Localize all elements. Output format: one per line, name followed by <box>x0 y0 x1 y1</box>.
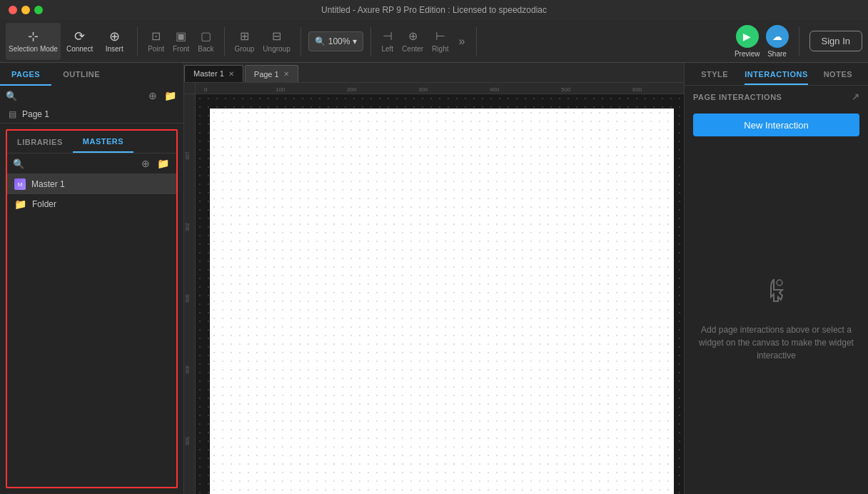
lib-actions: ⊕ 📁 <box>140 156 171 171</box>
pages-toolbar: 🔍 ⊕ 📁 <box>0 86 183 106</box>
new-interaction-button[interactable]: New Interaction <box>693 114 859 136</box>
group-label: Group <box>235 45 255 53</box>
tab-style[interactable]: STYLE <box>685 63 745 85</box>
group-button[interactable]: ⊞ Group <box>232 26 258 56</box>
share-cloud-icon: ☁ <box>766 25 789 48</box>
insert-button[interactable]: ⊕ Insert <box>99 23 130 60</box>
maximize-button[interactable] <box>34 6 43 14</box>
align-left-icon: ⊣ <box>383 29 393 43</box>
page-interactions-label: PAGE INTERACTIONS <box>693 93 782 101</box>
point-icon: ⊡ <box>151 29 161 43</box>
canvas-tab-master1[interactable]: Master 1 ✕ <box>184 65 243 82</box>
sign-in-button[interactable]: Sign In <box>809 31 862 51</box>
master-icon-1: M <box>14 178 26 190</box>
tab-interactions[interactable]: INTERACTIONS <box>745 63 808 85</box>
share-button[interactable]: ☁ Share <box>766 25 789 58</box>
interactions-pointer-icon <box>760 274 794 315</box>
canvas-white-area[interactable] <box>210 109 674 494</box>
right-panel: STYLE INTERACTIONS NOTES PAGE INTERACTIO… <box>684 63 868 494</box>
insert-label: Insert <box>106 45 123 53</box>
page-icon: ▤ <box>9 109 16 119</box>
zoom-chevron: ▾ <box>353 36 357 46</box>
ruler-mark-left-300: 300 <box>185 294 190 303</box>
page-label-page1: Page 1 <box>22 109 49 119</box>
canvas-tab-page1[interactable]: Page 1 ✕ <box>245 65 298 82</box>
align-center-button[interactable]: ⊕ Center <box>399 26 426 56</box>
align-center-icon: ⊕ <box>408 29 418 43</box>
share-label: Share <box>767 50 787 58</box>
svg-point-0 <box>777 280 782 286</box>
front-button[interactable]: ▣ Front <box>170 26 192 56</box>
back-icon: ▢ <box>201 29 211 43</box>
page-interactions-icon[interactable]: ↗ <box>852 91 860 102</box>
align-right-button[interactable]: ⊢ Right <box>429 26 451 56</box>
point-button[interactable]: ⊡ Point <box>145 26 167 56</box>
tab-libraries[interactable]: LIBRARIES <box>7 131 73 153</box>
folder-item-1[interactable]: 📁 Folder <box>7 194 176 214</box>
zoom-control[interactable]: 🔍 100% ▾ <box>308 31 364 51</box>
canvas-tab-page1-label: Page 1 <box>254 70 279 79</box>
point-label: Point <box>148 45 164 53</box>
tab-outline[interactable]: OUTLINE <box>51 63 111 86</box>
zoom-value: 100% <box>328 36 350 46</box>
back-button[interactable]: ▢ Back <box>195 26 216 56</box>
canvas-grid <box>196 94 684 494</box>
add-folder-button[interactable]: 📁 <box>163 89 178 103</box>
zoom-icon: 🔍 <box>315 36 326 46</box>
toolbar: ⊹ Selection Mode ⟳ Connect ⊕ Insert ⊡ Po… <box>0 20 868 63</box>
folder-label-1: Folder <box>32 199 56 209</box>
tab-notes[interactable]: NOTES <box>808 63 868 85</box>
libraries-section: LIBRARIES MASTERS 🔍 ⊕ 📁 M Master 1 📁 Fol… <box>6 129 178 488</box>
ruler-mark-400: 400 <box>490 86 499 94</box>
preview-button[interactable]: ▶ Preview <box>735 25 760 58</box>
ruler-mark-left-100: 100 <box>185 151 190 161</box>
pages-section: PAGES OUTLINE 🔍 ⊕ 📁 ▤ Page 1 <box>0 63 183 123</box>
selection-mode-icon: ⊹ <box>28 30 39 43</box>
tab-pages[interactable]: PAGES <box>0 63 51 86</box>
preview-label: Preview <box>735 50 760 58</box>
connect-button[interactable]: ⟳ Connect <box>64 23 96 60</box>
insert-icon: ⊕ <box>109 30 120 43</box>
panel-tabs: PAGES OUTLINE <box>0 63 183 86</box>
add-page-button[interactable]: ⊕ <box>147 89 158 103</box>
minimize-button[interactable] <box>21 6 30 14</box>
lib-tabs: LIBRARIES MASTERS <box>7 131 176 153</box>
ungroup-button[interactable]: ⊟ Ungroup <box>260 26 293 56</box>
add-master-folder-button[interactable]: 📁 <box>156 156 171 171</box>
ruler-corner-box <box>184 83 196 94</box>
connect-label: Connect <box>66 45 93 53</box>
canvas-tab-master1-close[interactable]: ✕ <box>228 70 234 78</box>
divider-3 <box>301 27 301 56</box>
master-item-1[interactable]: M Master 1 <box>7 174 176 194</box>
left-label: Left <box>381 45 393 53</box>
lib-search-icon[interactable]: 🔍 <box>13 158 24 169</box>
divider-4 <box>370 27 371 56</box>
ruler-mark-500: 500 <box>561 86 570 94</box>
canvas-area: Master 1 ✕ Page 1 ✕ 0 100 200 300 400 50… <box>184 63 684 494</box>
canvas-tab-page1-close[interactable]: ✕ <box>283 70 289 78</box>
lib-toolbar: 🔍 ⊕ 📁 <box>7 153 176 174</box>
back-label: Back <box>198 45 213 53</box>
page-item-page1[interactable]: ▤ Page 1 <box>0 106 183 123</box>
front-label: Front <box>173 45 189 53</box>
add-master-button[interactable]: ⊕ <box>140 156 151 171</box>
canvas-wrapper[interactable]: 0 100 200 300 400 500 600 100 200 300 40… <box>184 83 684 494</box>
ruler-top: 0 100 200 300 400 500 600 <box>196 83 684 94</box>
ruler-mark-left-200: 200 <box>185 223 190 232</box>
close-button[interactable] <box>9 6 17 14</box>
ruler-mark-left-400: 400 <box>185 366 190 375</box>
align-right-icon: ⊢ <box>435 29 445 43</box>
left-panel: PAGES OUTLINE 🔍 ⊕ 📁 ▤ Page 1 LIBRARIES M… <box>0 63 184 494</box>
tab-masters[interactable]: MASTERS <box>73 131 133 153</box>
selection-mode-button[interactable]: ⊹ Selection Mode <box>6 23 61 60</box>
page-interactions-header: PAGE INTERACTIONS ↗ <box>685 86 868 108</box>
center-label: Center <box>402 45 423 53</box>
folder-icon-1: 📁 <box>14 198 26 210</box>
more-button[interactable]: » <box>454 32 469 51</box>
canvas-content[interactable] <box>196 94 684 494</box>
align-left-button[interactable]: ⊣ Left <box>378 26 396 56</box>
interactions-hint-text: Add page interactions above or select a … <box>699 323 854 362</box>
divider-6 <box>799 27 799 56</box>
right-label: Right <box>432 45 448 53</box>
pages-search-icon[interactable]: 🔍 <box>6 91 17 101</box>
